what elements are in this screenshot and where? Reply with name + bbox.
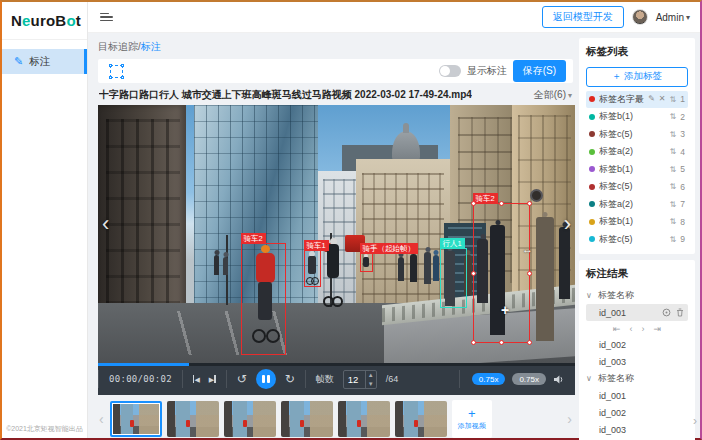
tag-name: 标签a(2)	[599, 198, 666, 211]
tag-row[interactable]: 标签b(1) ⇅ 2	[586, 108, 688, 126]
thumbnails-scroll-left-icon[interactable]: ‹	[98, 411, 105, 427]
sidebar-item-label: 标注	[29, 55, 50, 69]
tag-row[interactable]: 标签b(1) ⇅ 5	[586, 161, 688, 179]
progress-bar[interactable]	[98, 363, 575, 366]
result-item[interactable]: id_003	[586, 353, 688, 370]
rect-select-tool-icon[interactable]	[110, 65, 123, 78]
scene-pedestrian	[223, 257, 228, 275]
add-video-label: 添加视频	[458, 421, 486, 431]
speed-pill[interactable]: 0.75x	[512, 373, 546, 385]
panel-scroll-right-icon[interactable]: ›	[693, 414, 697, 428]
tag-shortcut: 9	[680, 234, 685, 244]
video-frame[interactable]: 骑车2 骑车1 骑手（起始帧） 骑车2	[98, 105, 575, 363]
video-player: 骑车2 骑车1 骑手（起始帧） 骑车2	[98, 105, 575, 395]
prev-video-icon[interactable]: ‹	[102, 213, 109, 235]
resize-handle[interactable]	[471, 201, 476, 206]
menu-collapse-icon[interactable]	[100, 13, 113, 22]
pager-last-icon[interactable]: ⇥	[654, 324, 662, 334]
video-thumbnail[interactable]	[395, 401, 447, 437]
back-to-model-dev-button[interactable]: 返回模型开发	[542, 6, 624, 28]
annotation-results-card: 标注结果 ∨ 标签名称 id_001	[579, 260, 695, 440]
result-item-selected[interactable]: id_001	[586, 304, 688, 321]
annotation-box[interactable]: 骑手（起始帧）	[360, 253, 373, 272]
result-item[interactable]: id_001	[586, 387, 688, 404]
resize-handle[interactable]	[527, 201, 532, 206]
tag-row[interactable]: 标签c(5) ⇅ 9	[586, 231, 688, 249]
tag-row[interactable]: 标签c(5) ⇅ 3	[586, 126, 688, 144]
speed-pill-active[interactable]: 0.75x	[472, 373, 506, 385]
tag-row[interactable]: 标签b(1) ⇅ 8	[586, 213, 688, 231]
sidebar-item-annotate[interactable]: ✎ 标注	[2, 49, 87, 74]
filter-dropdown[interactable]: 全部(6) ▾	[534, 88, 572, 102]
video-thumbnail[interactable]	[167, 401, 219, 437]
result-id: id_002	[599, 408, 626, 418]
next-frame-button[interactable]: ▶	[209, 375, 216, 383]
results-title: 标注结果	[586, 267, 688, 281]
tag-row[interactable]: 标签c(5) ⇅ 6	[586, 178, 688, 196]
annotation-label: 骑手（起始帧）	[360, 243, 419, 254]
tag-row-selected[interactable]: 标签名字最长数... ✎ ✕ ⇅ 1	[586, 91, 688, 109]
tag-name: 标签b(1)	[599, 110, 666, 123]
volume-icon[interactable]	[553, 374, 565, 385]
video-thumbnail[interactable]	[224, 401, 276, 437]
save-button[interactable]: 保存(S)	[513, 60, 566, 82]
resize-handle[interactable]	[527, 340, 532, 345]
video-thumbnail[interactable]	[281, 401, 333, 437]
edit-tag-icon[interactable]: ✎	[648, 95, 655, 103]
tag-color-dot	[589, 201, 595, 207]
video-thumbnail-selected[interactable]	[110, 401, 162, 437]
add-video-button[interactable]: + 添加视频	[452, 400, 492, 438]
tag-row[interactable]: 标签a(2) ⇅ 7	[586, 196, 688, 214]
annotation-label: 行人1	[440, 238, 465, 249]
tag-row[interactable]: 标签a(2) ⇅ 4	[586, 143, 688, 161]
thumbnails-scroll-right-icon[interactable]: ›	[566, 411, 573, 427]
resize-handle[interactable]	[527, 271, 532, 276]
scene-pedestrian	[536, 217, 554, 341]
delete-icon[interactable]	[676, 308, 684, 317]
result-pager: ⇤ ‹ › ⇥	[586, 321, 688, 336]
result-id: id_001	[599, 308, 626, 318]
annotation-box[interactable]: 行人1	[440, 248, 467, 308]
result-item[interactable]: id_003	[586, 421, 688, 438]
scene-watermark	[530, 189, 543, 202]
next-video-icon[interactable]: ›	[564, 213, 571, 235]
delete-tag-icon[interactable]: ✕	[659, 95, 666, 103]
frame-number-input[interactable]: 12 ▲ ▼	[343, 370, 377, 389]
locate-icon[interactable]	[662, 308, 671, 317]
app-window: NeuroBot ✎ 标注 ©2021北京矩视智能出品 返回模型开发 Admin…	[0, 0, 702, 440]
video-title: 十字路口路口行人 城市交通上下班高峰斑马线过马路视频 2022-03-02 17…	[99, 88, 472, 102]
add-tag-button[interactable]: ＋ 添加标签	[586, 67, 688, 87]
shortcut-icon: ⇅	[670, 130, 677, 139]
frame-step-down-icon[interactable]: ▼	[368, 379, 374, 388]
avatar[interactable]	[632, 9, 648, 25]
annotation-box[interactable]: 骑车1	[304, 250, 321, 287]
top-bar: 返回模型开发 Admin ▾	[88, 2, 700, 33]
pager-prev-icon[interactable]: ‹	[630, 324, 633, 334]
result-group[interactable]: ∨ 标签名称	[586, 370, 688, 387]
prev-frame-button[interactable]: ◀	[193, 375, 200, 383]
resize-handle[interactable]	[499, 201, 504, 206]
resize-handle[interactable]	[499, 340, 504, 345]
result-item[interactable]: id_002	[586, 336, 688, 353]
result-item[interactable]: id_002	[586, 404, 688, 421]
pause-button[interactable]	[256, 369, 276, 389]
annotation-box-selected[interactable]: 骑车2	[473, 203, 530, 343]
rewind-10s-icon[interactable]: ↺	[237, 373, 247, 385]
pager-first-icon[interactable]: ⇤	[613, 324, 621, 334]
show-annotation-toggle[interactable]	[439, 65, 461, 77]
resize-handle[interactable]	[471, 271, 476, 276]
forward-10s-icon[interactable]: ↻	[285, 373, 295, 385]
video-thumbnail[interactable]	[338, 401, 390, 437]
resize-handle[interactable]	[471, 340, 476, 345]
annotation-box[interactable]: 骑车2	[241, 243, 286, 355]
tag-name: 标签b(1)	[599, 163, 666, 176]
user-menu[interactable]: Admin ▾	[656, 12, 690, 23]
result-id: id_002	[599, 340, 626, 350]
copyright-text: ©2021北京矩视智能出品	[2, 424, 87, 434]
result-group[interactable]: ∨ 标签名称	[586, 287, 688, 304]
thumbnail-strip: ‹ + 添加视频 ›	[98, 400, 573, 438]
breadcrumb-parent[interactable]: 目标追踪	[98, 41, 138, 52]
pager-next-icon[interactable]: ›	[642, 324, 645, 334]
shortcut-icon: ⇅	[670, 147, 677, 156]
frame-step-up-icon[interactable]: ▲	[368, 370, 374, 379]
